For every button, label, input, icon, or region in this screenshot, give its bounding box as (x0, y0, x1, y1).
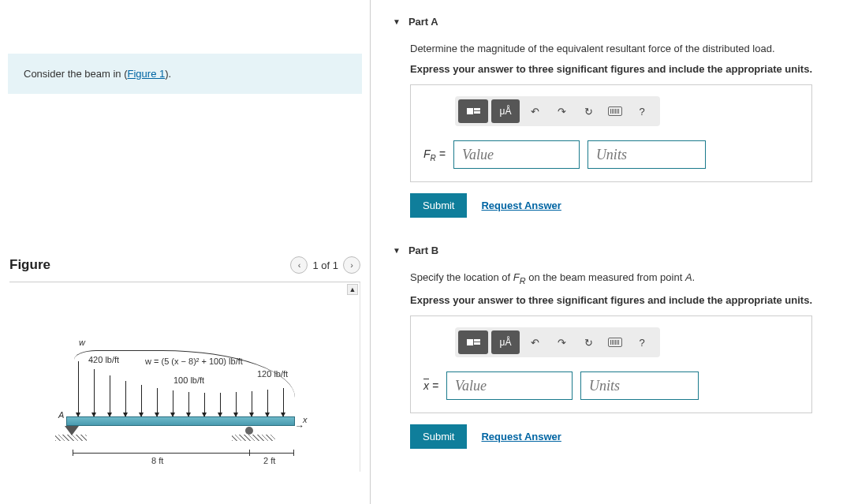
redo-icon: ↷ (558, 106, 566, 118)
part-b-units-input[interactable] (580, 371, 699, 400)
load-arrow (252, 391, 252, 416)
dim-label-left: 8 ft (151, 456, 163, 465)
part-a-instr1: Determine the magnitude of the equivalen… (410, 42, 827, 56)
load-arrow (141, 385, 142, 416)
part-a-units-input[interactable] (587, 140, 706, 169)
load-arrow (110, 375, 110, 416)
keyboard-button[interactable] (603, 99, 627, 123)
load-curve (74, 350, 295, 398)
left-pane: Consider the beam in (Figure 1). Figure … (0, 0, 371, 504)
redo-button[interactable]: ↷ (550, 99, 573, 123)
special-chars-button[interactable]: μÅ (491, 330, 520, 354)
part-a-actions: Submit Request Answer (410, 193, 827, 218)
keyboard-icon (608, 106, 622, 116)
load-arrow (283, 388, 284, 416)
dim-label-right: 2 ft (263, 456, 275, 465)
keyboard-button[interactable] (603, 330, 627, 354)
part-b-toolbar: μÅ ↶ ↷ ↻ ? (455, 327, 660, 357)
scroll-up-icon[interactable]: ▲ (347, 284, 358, 295)
caret-down-icon: ▼ (393, 246, 401, 255)
ground-hatch (232, 435, 275, 441)
right-pane: ▼ Part A Determine the magnitude of the … (371, 0, 843, 504)
help-button[interactable]: ? (630, 330, 654, 354)
load-arrow (125, 381, 126, 416)
reset-button[interactable]: ↻ (576, 99, 600, 123)
figure-link[interactable]: Figure 1 (128, 68, 166, 80)
x-arrow-icon: → (295, 420, 304, 431)
part-b-instr1: Specify the location of FR on the beam m… (410, 271, 827, 287)
load-arrow (94, 369, 95, 416)
special-chars-button[interactable]: μÅ (491, 99, 520, 123)
part-a-var-label: FR = (423, 147, 446, 162)
load-arrow (173, 390, 173, 416)
redo-icon: ↷ (558, 337, 566, 349)
part-a-title: Part A (408, 16, 438, 28)
part-b-actions: Submit Request Answer (410, 424, 827, 449)
figure-nav: ‹ 1 of 1 › (290, 256, 360, 274)
load-arrow (220, 393, 221, 416)
undo-icon: ↶ (531, 106, 539, 118)
undo-icon: ↶ (531, 337, 539, 349)
part-b: ▼ Part B Specify the location of FR on t… (379, 240, 827, 449)
part-a: ▼ Part A Determine the magnitude of the … (379, 11, 827, 218)
figure-prev-button[interactable]: ‹ (290, 256, 308, 274)
prompt-text: Consider the beam in ( (24, 68, 128, 80)
figure-nav-text: 1 of 1 (312, 259, 338, 271)
dim-line-left (73, 453, 249, 454)
part-a-toolbar: μÅ ↶ ↷ ↻ ? (455, 96, 660, 126)
part-a-request-answer-link[interactable]: Request Answer (481, 200, 561, 211)
part-b-header[interactable]: ▼ Part B (379, 240, 827, 267)
figure-section: Figure ‹ 1 of 1 › ▲ w 420 lb/ft w = (5 (… (0, 252, 370, 472)
reset-button[interactable]: ↻ (576, 330, 600, 354)
dim-line-right (249, 453, 293, 454)
prompt-suffix: ). (165, 68, 171, 80)
part-a-instr2: Express your answer to three significant… (410, 62, 827, 77)
figure-next-button[interactable]: › (343, 256, 360, 274)
figure-header: Figure ‹ 1 of 1 › (9, 252, 360, 282)
part-b-answer-row: x = (423, 371, 799, 400)
beam-diagram: w 420 lb/ft w = (5 (x − 8)² + 100) lb/ft… (50, 314, 319, 472)
part-a-submit-button[interactable]: Submit (410, 193, 467, 218)
beam-body (66, 416, 295, 426)
problem-prompt: Consider the beam in (Figure 1). (8, 54, 362, 94)
load-arrow (188, 392, 189, 416)
figure-title: Figure (9, 257, 50, 273)
part-b-submit-button[interactable]: Submit (410, 424, 467, 449)
templates-icon (467, 339, 480, 345)
part-b-var-label: x = (423, 379, 438, 392)
help-button[interactable]: ? (630, 99, 654, 123)
figure-body: ▲ w 420 lb/ft w = (5 (x − 8)² + 100) lb/… (9, 282, 360, 472)
part-a-value-input[interactable] (453, 140, 580, 169)
caret-down-icon: ▼ (393, 17, 401, 26)
part-a-answer-row: FR = (423, 140, 799, 169)
load-arrow (236, 392, 237, 416)
label-w: w (79, 338, 85, 347)
undo-button[interactable]: ↶ (523, 330, 546, 354)
part-b-request-answer-link[interactable]: Request Answer (481, 431, 561, 442)
load-arrow (267, 390, 268, 416)
load-arrow (157, 388, 158, 416)
roller-support (245, 427, 253, 435)
templates-button[interactable] (458, 330, 488, 354)
load-arrow (204, 393, 205, 416)
part-a-header[interactable]: ▼ Part A (379, 11, 827, 39)
part-b-answer-box: μÅ ↶ ↷ ↻ ? x = (410, 315, 812, 413)
label-A: A (58, 410, 64, 420)
part-a-answer-box: μÅ ↶ ↷ ↻ ? FR = (410, 84, 812, 182)
keyboard-icon (608, 338, 622, 347)
dim-tick (293, 450, 294, 456)
reset-icon: ↻ (584, 337, 593, 349)
part-b-instr2: Express your answer to three significant… (410, 293, 827, 308)
redo-button[interactable]: ↷ (550, 330, 573, 354)
templates-button[interactable] (458, 99, 488, 123)
ground-hatch (55, 435, 87, 441)
undo-button[interactable]: ↶ (523, 99, 546, 123)
reset-icon: ↻ (584, 106, 593, 118)
part-b-title: Part B (408, 245, 438, 256)
load-arrow (78, 361, 79, 416)
templates-icon (467, 108, 480, 114)
part-b-value-input[interactable] (446, 371, 573, 400)
